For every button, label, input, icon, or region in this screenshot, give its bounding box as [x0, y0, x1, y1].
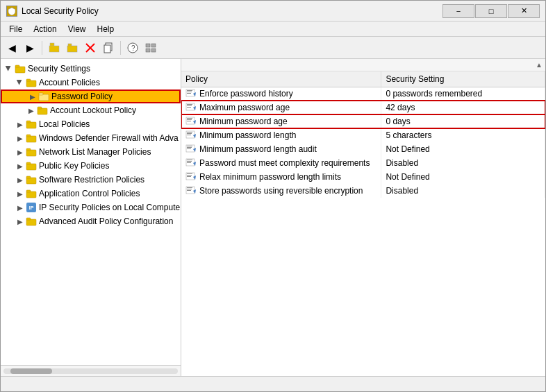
expand-account-lockout[interactable]: ▶ [26, 105, 37, 116]
svg-rect-37 [187, 90, 192, 91]
svg-rect-23 [26, 121, 31, 123]
expand-ip-security[interactable]: ▶ [15, 202, 26, 213]
toolbar-view[interactable] [142, 40, 159, 56]
close-button[interactable]: ✕ [508, 4, 540, 18]
tree-item-network-list[interactable]: ▶ Network List Manager Policies [1, 145, 181, 159]
tree-content: ▶ Security Settings ▶ Account Policies [1, 59, 181, 365]
policy-label: Store passwords using reversible encrypt… [199, 186, 363, 196]
svg-rect-65 [187, 187, 192, 188]
svg-rect-35 [26, 218, 31, 220]
svg-rect-22 [26, 122, 36, 128]
maximize-button[interactable]: □ [475, 4, 507, 18]
policy-data-table: Policy Security Setting Enforce password… [181, 71, 545, 198]
minimize-button[interactable]: − [442, 4, 474, 18]
ip-security-label: IP Security Policies on Local Compute [39, 203, 180, 212]
tree-item-security-settings[interactable]: ▶ Security Settings [1, 62, 181, 76]
expand-advanced-audit[interactable]: ▶ [15, 216, 26, 227]
col-setting[interactable]: Security Setting [381, 71, 545, 87]
security-settings-icon [15, 63, 26, 74]
svg-rect-42 [187, 105, 192, 106]
tree-item-account-lockout[interactable]: ▶ Account Lockout Policy [1, 103, 181, 117]
scroll-track[interactable] [3, 368, 178, 374]
expand-software-restriction[interactable]: ▶ [15, 174, 26, 185]
svg-rect-39 [187, 93, 191, 94]
policy-cell: Store passwords using reversible encrypt… [181, 184, 381, 198]
table-row[interactable]: Password must meet complexity requiremen… [181, 156, 545, 170]
menu-bar: File Action View Help [1, 22, 545, 37]
tree-item-local-policies[interactable]: ▶ Local Policies [1, 117, 181, 131]
toolbar-copy[interactable] [100, 40, 117, 56]
public-key-icon [26, 160, 37, 171]
tree-item-advanced-audit[interactable]: ▶ Advanced Audit Policy Configuration [1, 214, 181, 228]
menu-file[interactable]: File [3, 23, 28, 35]
svg-rect-31 [26, 176, 31, 178]
tree-item-public-key[interactable]: ▶ Public Key Policies [1, 159, 181, 173]
local-policies-icon [26, 119, 37, 130]
svg-rect-62 [187, 175, 192, 176]
toolbar-help[interactable]: ? [124, 40, 141, 56]
svg-rect-63 [187, 176, 191, 177]
expand-network-list[interactable]: ▶ [15, 146, 26, 157]
account-lockout-label: Account Lockout Policy [50, 105, 136, 115]
policy-row-icon [185, 185, 197, 197]
svg-rect-34 [26, 219, 36, 225]
menu-view[interactable]: View [63, 23, 92, 35]
title-bar-left: Local Security Policy [6, 6, 99, 17]
security-settings-label: Security Settings [28, 64, 90, 74]
expand-password-policy[interactable]: ▶ [27, 91, 38, 102]
main-content: ▶ Security Settings ▶ Account Policies [1, 59, 545, 376]
policy-label: Minimum password age [199, 117, 288, 126]
svg-rect-33 [26, 190, 31, 192]
application-control-icon [26, 188, 37, 199]
local-policies-label: Local Policies [39, 119, 90, 129]
table-row[interactable]: Minimum password length5 characters [181, 128, 545, 142]
policy-label: Relax minimum password length limits [199, 172, 341, 182]
toolbar-back[interactable]: ◀ [3, 40, 20, 56]
table-row[interactable]: Maximum password age42 days [181, 101, 545, 114]
toolbar-delete[interactable] [82, 40, 99, 56]
application-control-label: Application Control Policies [39, 189, 140, 198]
expand-application-control[interactable]: ▶ [15, 188, 26, 199]
svg-rect-67 [187, 190, 191, 191]
svg-rect-49 [187, 132, 192, 133]
toolbar-up[interactable] [46, 40, 63, 56]
right-pane: ▲ Policy Security Setting Enforce passwo… [181, 59, 545, 376]
window-title: Local Security Policy [22, 6, 99, 16]
expand-security-settings[interactable]: ▶ [3, 63, 15, 74]
tree-scrollbar[interactable] [1, 365, 181, 376]
policy-row-icon [185, 130, 197, 142]
expand-windows-defender[interactable]: ▶ [15, 133, 26, 144]
table-row[interactable]: Store passwords using reversible encrypt… [181, 184, 545, 198]
svg-rect-3 [67, 46, 77, 52]
policy-table: Policy Security Setting Enforce password… [181, 71, 545, 376]
table-row[interactable]: Relax minimum password length limitsNot … [181, 170, 545, 184]
table-row[interactable]: Minimum password age0 days [181, 114, 545, 128]
tree-item-software-restriction[interactable]: ▶ Software Restriction Policies [1, 173, 181, 187]
table-row[interactable]: Enforce password history0 passwords reme… [181, 87, 545, 101]
svg-rect-16 [26, 80, 36, 87]
expand-local-policies[interactable]: ▶ [15, 119, 26, 130]
col-policy[interactable]: Policy [181, 71, 381, 87]
policy-row-icon [185, 102, 197, 114]
menu-help[interactable]: Help [92, 23, 120, 35]
toolbar: ◀ ▶ ? [1, 37, 545, 59]
expand-account-policies[interactable]: ▶ [15, 77, 26, 88]
menu-action[interactable]: Action [28, 23, 62, 35]
tree-item-application-control[interactable]: ▶ Application Control Policies [1, 187, 181, 201]
setting-cell: 0 passwords remembered [381, 87, 545, 101]
svg-rect-47 [187, 121, 191, 121]
svg-text:?: ? [131, 44, 135, 52]
svg-rect-53 [187, 146, 192, 146]
policy-label: Maximum password age [199, 103, 290, 112]
toolbar-forward[interactable]: ▶ [22, 40, 38, 56]
policy-label: Password must meet complexity requiremen… [199, 158, 370, 168]
scroll-thumb[interactable] [10, 368, 52, 374]
table-row[interactable]: Minimum password length auditNot Defined [181, 142, 545, 156]
expand-public-key[interactable]: ▶ [15, 160, 26, 171]
account-policies-label: Account Policies [39, 78, 100, 87]
tree-item-ip-security[interactable]: ▶ IP IP Security Policies on Local Compu… [1, 201, 181, 214]
toolbar-folder[interactable] [64, 40, 81, 56]
tree-item-windows-defender[interactable]: ▶ Windows Defender Firewall with Adva [1, 131, 181, 145]
tree-item-password-policy[interactable]: ▶ Password Policy [1, 90, 181, 103]
tree-item-account-policies[interactable]: ▶ Account Policies [1, 76, 181, 90]
